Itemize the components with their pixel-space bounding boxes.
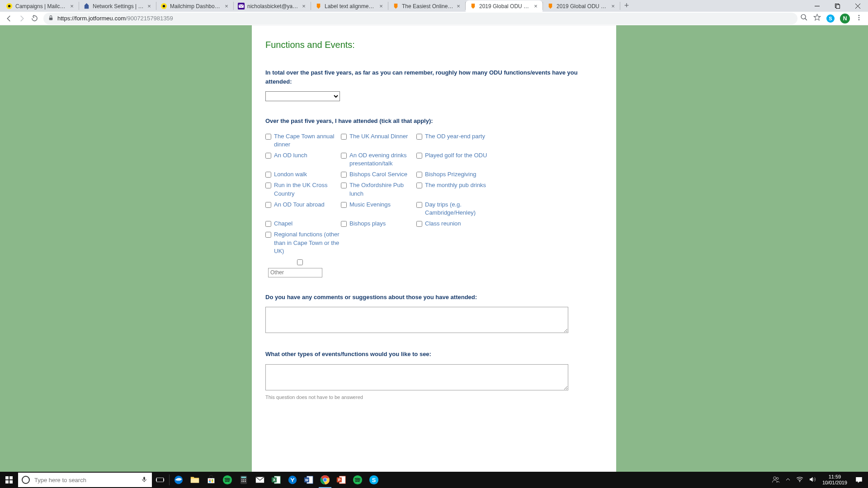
spotify-app-icon[interactable] xyxy=(349,472,366,488)
tab-title: Campaigns | Mailchimp xyxy=(15,3,67,9)
checkbox-option[interactable]: London walk xyxy=(265,169,341,180)
browser-tab[interactable]: nicholasbicket@yahoo.co.u × xyxy=(234,0,311,12)
taskbar-clock[interactable]: 11:59 10/01/2019 xyxy=(819,474,851,486)
question-label: What other types of events/functions wou… xyxy=(265,350,603,359)
checkbox-option[interactable]: An OD lunch xyxy=(265,150,341,169)
mail-app-icon[interactable] xyxy=(252,472,268,488)
checkbox[interactable] xyxy=(265,172,271,178)
volume-icon[interactable] xyxy=(806,476,819,484)
suggestions-textarea[interactable] xyxy=(265,364,568,390)
checkbox-option[interactable]: An OD evening drinks presentation/talk xyxy=(341,150,416,169)
checkbox-option[interactable]: Bishops Carol Service xyxy=(341,169,416,180)
start-button[interactable] xyxy=(0,472,18,488)
checkbox[interactable] xyxy=(341,183,347,188)
checkbox[interactable] xyxy=(341,202,347,208)
checkbox-option[interactable]: An OD Tour abroad xyxy=(265,199,341,218)
checkbox-option[interactable]: The monthly pub drinks xyxy=(416,180,492,199)
checkbox[interactable] xyxy=(416,202,422,208)
task-view-button[interactable] xyxy=(152,472,168,488)
checkbox[interactable] xyxy=(265,153,271,159)
checkbox[interactable] xyxy=(416,221,422,227)
close-icon[interactable]: × xyxy=(378,3,384,9)
taskbar-search[interactable]: Type here to search xyxy=(18,473,152,487)
browser-tab[interactable]: Mailchimp Dashboard | Old × xyxy=(156,0,233,12)
browser-tab[interactable]: 2019 Global ODU Branch C × xyxy=(466,0,542,12)
people-icon[interactable] xyxy=(769,475,783,485)
edge-app-icon[interactable] xyxy=(170,472,187,488)
checkbox-option[interactable]: The Cape Town annual dinner xyxy=(265,131,341,150)
close-icon[interactable]: × xyxy=(69,3,75,9)
checkbox-option[interactable]: The Oxfordshire Pub lunch xyxy=(341,180,416,199)
checkbox[interactable] xyxy=(265,221,271,227)
word-app-icon[interactable]: W xyxy=(301,472,317,488)
browser-tab[interactable]: 2019 Global ODU Branch C × xyxy=(543,0,620,12)
checkbox-option[interactable]: Chapel xyxy=(265,218,341,229)
page-viewport[interactable]: Functions and Events: In total over the … xyxy=(0,25,868,472)
checkbox-option[interactable]: Music Evenings xyxy=(341,199,416,218)
checkbox-option[interactable]: Bishops plays xyxy=(341,218,416,229)
comments-textarea[interactable] xyxy=(265,307,568,333)
close-icon[interactable]: × xyxy=(223,3,230,9)
spotify-app-icon[interactable] xyxy=(219,472,236,488)
attendance-count-select[interactable] xyxy=(265,91,340,101)
reload-button[interactable] xyxy=(28,12,41,25)
zoom-icon[interactable] xyxy=(800,14,808,23)
checkbox[interactable] xyxy=(341,153,347,159)
checkbox[interactable] xyxy=(416,172,422,178)
close-window-button[interactable] xyxy=(848,0,868,12)
tray-chevron-icon[interactable] xyxy=(783,477,793,483)
close-icon[interactable]: × xyxy=(533,3,539,9)
close-icon[interactable]: × xyxy=(301,3,307,9)
checkbox-label: The Cape Town annual dinner xyxy=(274,132,340,149)
forward-button[interactable] xyxy=(15,12,28,25)
bookmark-icon[interactable] xyxy=(813,14,821,23)
checkbox[interactable] xyxy=(265,232,271,238)
checkbox[interactable] xyxy=(341,172,347,178)
browser-tab[interactable]: Campaigns | Mailchimp × xyxy=(2,0,79,12)
checkbox[interactable] xyxy=(265,183,271,188)
yammer-app-icon[interactable] xyxy=(284,472,301,488)
powerpoint-app-icon[interactable]: P xyxy=(333,472,349,488)
profile-avatar[interactable]: N xyxy=(840,14,850,23)
file-explorer-icon[interactable] xyxy=(187,472,203,488)
calculator-app-icon[interactable] xyxy=(236,472,252,488)
checkbox-option[interactable]: The OD year-end party xyxy=(416,131,492,150)
back-button[interactable] xyxy=(3,12,15,25)
other-input[interactable] xyxy=(268,268,322,277)
store-app-icon[interactable] xyxy=(203,472,219,488)
new-tab-button[interactable]: + xyxy=(620,0,633,12)
checkbox-option[interactable]: The UK Annual Dinner xyxy=(341,131,416,150)
checkbox-option[interactable]: Regional functions (other than in Cape T… xyxy=(265,229,341,257)
browser-tab[interactable]: Label text alignment | JotFo × xyxy=(311,0,388,12)
minimize-button[interactable] xyxy=(807,0,827,12)
close-icon[interactable]: × xyxy=(610,3,616,9)
close-icon[interactable]: × xyxy=(146,3,152,9)
menu-icon[interactable] xyxy=(855,14,863,23)
checkbox[interactable] xyxy=(416,153,422,159)
excel-app-icon[interactable]: X xyxy=(268,472,284,488)
checkbox-option[interactable]: Class reunion xyxy=(416,218,492,229)
checkbox[interactable] xyxy=(341,221,347,227)
checkbox[interactable] xyxy=(265,202,271,208)
checkbox-option[interactable]: Played golf for the ODU xyxy=(416,150,492,169)
maximize-button[interactable] xyxy=(827,0,848,12)
checkbox-option[interactable]: Day trips (e.g. Cambridge/Henley) xyxy=(416,199,492,218)
browser-tab[interactable]: The Easiest Online Form Bu × xyxy=(388,0,465,12)
checkbox-option[interactable]: Bishops Prizegiving xyxy=(416,169,492,180)
checkbox[interactable] xyxy=(341,134,347,140)
address-input[interactable]: https://form.jotformeu.com/9007215798135… xyxy=(43,13,797,24)
skype-extension-icon[interactable]: S xyxy=(826,14,835,23)
checkbox[interactable] xyxy=(416,183,422,188)
checkbox-option[interactable]: Run in the UK Cross Country xyxy=(265,180,341,199)
checkbox[interactable] xyxy=(416,134,422,140)
other-checkbox[interactable] xyxy=(297,259,303,265)
wifi-icon[interactable] xyxy=(793,476,806,484)
checkbox[interactable] xyxy=(265,134,271,140)
browser-tab[interactable]: Network Settings | Bishops × xyxy=(79,0,156,12)
action-center-button[interactable]: 3 xyxy=(851,472,867,488)
close-icon[interactable]: × xyxy=(455,3,462,9)
skype-app-icon[interactable]: S xyxy=(366,472,382,488)
chrome-app-icon[interactable] xyxy=(317,472,333,488)
mic-icon[interactable] xyxy=(141,476,147,484)
tab-title: The Easiest Online Form Bu xyxy=(402,3,453,9)
